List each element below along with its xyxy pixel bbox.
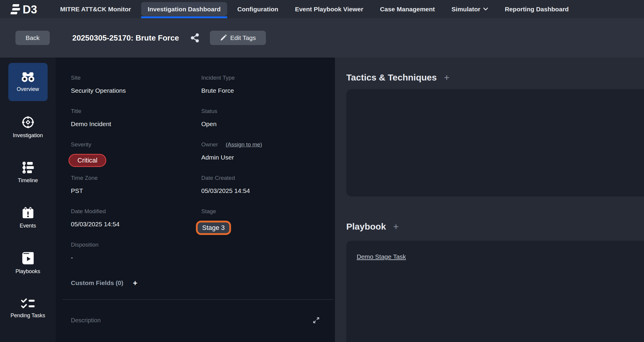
field-title: TitleDemo Incident <box>71 108 201 141</box>
book-play-icon <box>22 252 34 265</box>
nav-tab-simulator[interactable]: Simulator <box>443 0 497 18</box>
stage-value-highlighted[interactable]: Stage 3 <box>196 221 231 235</box>
field-value: Open <box>201 120 320 128</box>
calendar-exclamation-icon <box>21 207 35 219</box>
sidebar-item-overview[interactable]: Overview <box>8 63 48 101</box>
incident-title: 20250305-25170: Brute Force <box>72 33 179 43</box>
field-label: Severity <box>71 141 91 148</box>
nav-tab-configuration[interactable]: Configuration <box>229 0 287 18</box>
edit-tags-button[interactable]: Edit Tags <box>210 31 266 45</box>
field-column-left: SiteSecurity OperationsTitleDemo Inciden… <box>71 75 201 275</box>
field-value: 05/03/2025 14:54 <box>71 221 201 228</box>
field-value: Admin User <box>201 154 320 161</box>
custom-fields-row: Custom Fields (0) + <box>71 279 320 287</box>
back-button[interactable]: Back <box>15 31 50 45</box>
field-incident-type: Incident TypeBrute Force <box>201 75 320 108</box>
field-date-modified: Date Modified05/03/2025 14:54 <box>71 208 201 242</box>
field-label: Incident Type <box>201 75 235 81</box>
binoculars-icon <box>21 71 35 83</box>
share-icon <box>191 33 199 42</box>
nav-tab-case-management[interactable]: Case Management <box>372 0 443 18</box>
checklist-icon <box>21 298 35 309</box>
nav-tab-label: MITRE ATT&CK Monitor <box>60 6 131 13</box>
sidebar: OverviewInvestigationTimelineEventsPlayb… <box>0 58 56 342</box>
playbook-task-link[interactable]: Demo Stage Task <box>357 253 406 260</box>
sidebar-item-label: Investigation <box>13 132 43 139</box>
chevron-down-icon <box>483 7 488 11</box>
field-label: Status <box>201 108 217 114</box>
field-label: Date Modified <box>71 208 106 215</box>
right-region: Tactics & Techniques + Playbook + Demo S… <box>335 58 644 342</box>
field-value: Brute Force <box>201 87 320 94</box>
field-grid: SiteSecurity OperationsTitleDemo Inciden… <box>71 75 320 275</box>
edit-tags-label: Edit Tags <box>230 34 256 41</box>
field-label: Time Zone <box>71 175 98 181</box>
field-owner: Owner(Assign to me)Admin User <box>201 141 320 175</box>
tactics-card <box>346 89 644 196</box>
nav-tab-label: Configuration <box>237 6 278 13</box>
nav-tab-label: Simulator <box>452 6 481 13</box>
tactics-title: Tactics & Techniques <box>346 72 437 83</box>
sidebar-item-timeline[interactable]: Timeline <box>8 154 48 192</box>
top-navbar: D3 MITRE ATT&CK MonitorInvestigation Das… <box>0 0 644 18</box>
field-value: Security Operations <box>71 87 201 94</box>
field-value: - <box>71 254 201 261</box>
sidebar-item-pending-tasks[interactable]: Pending Tasks <box>8 290 48 328</box>
field-value: PST <box>71 187 201 194</box>
nav-items: MITRE ATT&CK MonitorInvestigation Dashbo… <box>52 0 577 18</box>
content-area: OverviewInvestigationTimelineEventsPlayb… <box>0 58 644 342</box>
d3-logo[interactable]: D3 <box>9 0 41 18</box>
custom-fields-label: Custom Fields (0) <box>71 279 123 287</box>
field-status: StatusOpen <box>201 108 320 141</box>
field-label: Disposition <box>71 242 99 248</box>
nav-tab-label: Investigation Dashboard <box>148 6 221 13</box>
assign-to-me-link[interactable]: (Assign to me) <box>226 141 262 148</box>
svg-text:D3: D3 <box>23 3 37 15</box>
field-severity: SeverityCritical <box>71 141 201 175</box>
investigation-dashboard-app: D3 MITRE ATT&CK MonitorInvestigation Das… <box>0 0 644 342</box>
field-column-right: Incident TypeBrute ForceStatusOpenOwner(… <box>201 75 320 275</box>
sidebar-item-playbooks[interactable]: Playbooks <box>8 244 48 282</box>
nav-tab-label: Reporting Dashboard <box>505 6 569 13</box>
nav-tab-reporting-dashboard[interactable]: Reporting Dashboard <box>496 0 577 18</box>
sidebar-item-events[interactable]: Events <box>8 199 48 237</box>
playbook-card: Demo Stage Task <box>346 241 644 342</box>
nav-tab-investigation-dashboard[interactable]: Investigation Dashboard <box>139 0 229 18</box>
sidebar-item-label: Overview <box>17 86 39 93</box>
field-time-zone: Time ZonePST <box>71 175 201 208</box>
add-playbook-button[interactable]: + <box>393 222 399 231</box>
nav-tab-label: Case Management <box>380 6 435 13</box>
field-date-created: Date Created05/03/2025 14:54 <box>201 175 320 208</box>
field-value: Demo Incident <box>71 120 201 128</box>
field-site: SiteSecurity Operations <box>71 75 201 108</box>
sidebar-item-investigation[interactable]: Investigation <box>8 108 48 146</box>
sidebar-item-label: Playbooks <box>15 268 40 275</box>
expand-description-button[interactable] <box>312 316 320 324</box>
sidebar-item-label: Pending Tasks <box>10 312 45 319</box>
playbook-header: Playbook + <box>346 222 644 232</box>
add-custom-field-button[interactable]: + <box>133 279 137 287</box>
field-label: Owner <box>201 141 218 148</box>
share-button[interactable] <box>191 33 199 42</box>
field-stage: StageStage 3 <box>201 208 320 242</box>
playbook-title: Playbook <box>346 222 386 232</box>
nav-tab-event-playbook-viewer[interactable]: Event Playbook Viewer <box>287 0 372 18</box>
sidebar-item-label: Events <box>20 223 36 229</box>
tactics-header: Tactics & Techniques + <box>346 72 644 83</box>
sidebar-item-label: Timeline <box>18 177 38 184</box>
field-disposition: Disposition- <box>71 242 201 275</box>
d3-logo-icon: D3 <box>9 3 41 15</box>
active-tab-underline <box>141 16 227 18</box>
incident-toolbar: Back 20250305-25170: Brute Force Edit Ta… <box>0 18 644 58</box>
field-label: Site <box>71 75 81 81</box>
field-value: 05/03/2025 14:54 <box>201 187 320 194</box>
field-label: Title <box>71 108 81 114</box>
nav-tab-mitre-att-ck-monitor[interactable]: MITRE ATT&CK Monitor <box>52 0 139 18</box>
add-tactic-button[interactable]: + <box>444 73 450 82</box>
field-label: Date Created <box>201 175 235 181</box>
expand-icon <box>312 316 320 324</box>
pencil-icon <box>220 35 227 41</box>
severity-badge: Critical <box>68 154 106 167</box>
timeline-icon <box>21 161 35 174</box>
nav-tab-label: Event Playbook Viewer <box>295 6 364 13</box>
